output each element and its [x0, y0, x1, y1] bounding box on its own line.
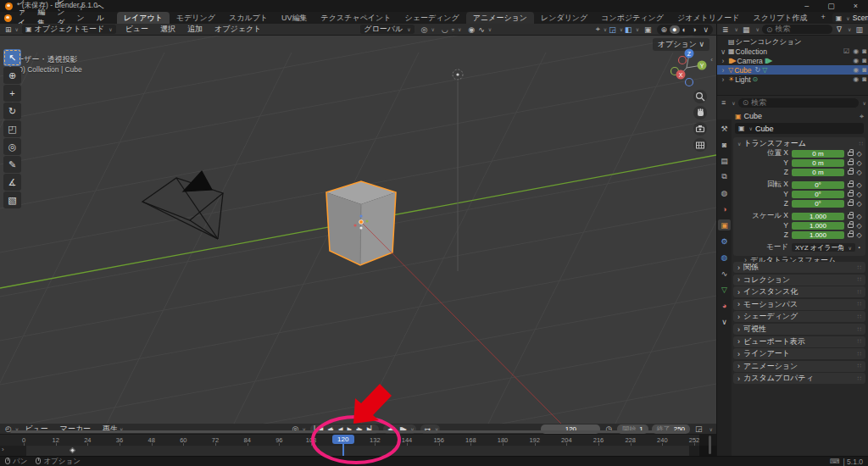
breadcrumb-object[interactable]: Cube: [744, 112, 763, 120]
transform-panel-header[interactable]: ∨ トランスフォーム ∷: [736, 139, 863, 148]
camera-restrict-icon[interactable]: ◙: [862, 75, 866, 83]
workspace-tab-6[interactable]: アニメーション: [466, 12, 534, 25]
transform-orientation-selector[interactable]: グローバル∨: [360, 25, 414, 34]
shading-wireframe-icon[interactable]: ⊕: [659, 25, 670, 34]
panel-dots-icon[interactable]: ∷: [858, 375, 861, 382]
workspace-tab-10[interactable]: スクリプト作成: [746, 12, 814, 25]
show-gizmo-icon[interactable]: ⌖: [594, 25, 602, 34]
workspace-tab-7[interactable]: レンダリング: [534, 12, 594, 25]
shading-rendered-icon[interactable]: ◑: [689, 25, 698, 34]
expander-icon[interactable]: ›: [720, 66, 726, 75]
snap-magnet-icon[interactable]: ◡: [440, 25, 450, 34]
scene-selector[interactable]: ▣∨ Scene ⌖ ⧉ ×: [832, 13, 868, 23]
tab-output[interactable]: ▤: [718, 155, 731, 166]
close-button[interactable]: ×: [854, 2, 858, 10]
keyframe-diamond-icon[interactable]: ◇: [855, 181, 863, 189]
transform-value-field[interactable]: 0°: [792, 181, 844, 189]
tab-physics[interactable]: ◍: [718, 252, 731, 263]
workspace-tab-4[interactable]: テクスチャペイント: [314, 12, 398, 25]
panel-dots-icon[interactable]: ∷: [858, 289, 861, 296]
expander-icon[interactable]: ∨: [720, 47, 726, 56]
keyframe-diamond-icon[interactable]: ◇: [855, 213, 863, 220]
tool-measure[interactable]: ∡: [3, 174, 21, 191]
editor-type-icon[interactable]: ⊞: [3, 25, 14, 34]
lock-icon[interactable]: [848, 224, 854, 228]
timeline-menu-0[interactable]: ビュー: [19, 423, 53, 435]
workspace-tab-5[interactable]: シェーディング: [398, 12, 465, 25]
viewport-menu-0[interactable]: ビュー: [120, 23, 154, 36]
tool-cursor[interactable]: ⊕: [3, 67, 21, 84]
display-mode-icon[interactable]: ▦: [741, 25, 752, 34]
tab-modifiers[interactable]: ⚙: [718, 236, 731, 247]
filter-icon[interactable]: ∇: [835, 25, 843, 34]
panel-dots-icon[interactable]: ∷: [858, 351, 861, 358]
tool-annotate[interactable]: ✎: [3, 156, 21, 173]
proportional-editing-icon[interactable]: ◉: [466, 25, 476, 34]
checkbox-icon[interactable]: ☑: [843, 47, 849, 55]
tool-transform[interactable]: ◎: [3, 138, 21, 155]
keyframe-diamond-icon[interactable]: ◇: [855, 191, 863, 198]
transform-value-field[interactable]: 1.000: [792, 213, 844, 220]
lock-icon[interactable]: [848, 192, 854, 197]
eye-icon[interactable]: ◉: [853, 66, 859, 74]
tool-select-box[interactable]: ↖: [3, 49, 21, 66]
navigation-gizmo[interactable]: Z Y X: [659, 42, 714, 98]
timeline-menu-1[interactable]: マーカー: [54, 423, 97, 435]
transform-value-field[interactable]: 0°: [792, 200, 844, 208]
timeline-hscrollbar[interactable]: [10, 430, 687, 433]
shading-solid-icon[interactable]: ●: [670, 25, 679, 34]
timeline-filter-icon[interactable]: ◲: [693, 424, 704, 433]
toggle-perspective-button[interactable]: [693, 138, 707, 152]
section-7[interactable]: ›ラインアート∷: [733, 348, 865, 359]
panel-dots-icon[interactable]: ∷: [858, 276, 861, 283]
maximize-button[interactable]: ▢: [827, 2, 835, 10]
timeline-track[interactable]: ›: [0, 446, 716, 456]
transform-value-field[interactable]: 1.000: [792, 231, 844, 239]
eye-icon[interactable]: ◉: [853, 47, 859, 55]
timeline-menu-2[interactable]: 再生∨: [97, 423, 129, 435]
camera-restrict-icon[interactable]: ◙: [862, 57, 866, 64]
tab-constraints[interactable]: ∿: [718, 268, 731, 279]
tabs-overflow-chevron[interactable]: ∨: [718, 316, 731, 327]
outliner-search-input[interactable]: ⊙ 検索: [762, 25, 832, 34]
expander-icon[interactable]: ›: [720, 57, 726, 65]
transform-value-field[interactable]: 0°: [792, 191, 844, 198]
camera-object[interactable]: [142, 171, 223, 239]
panel-dots-icon[interactable]: ∷: [858, 326, 861, 333]
outliner-row-scene-collection[interactable]: ▤シーンコレクション: [717, 37, 868, 47]
keyframe-diamond-icon[interactable]: ◇: [855, 159, 863, 167]
camera-view-button[interactable]: [693, 122, 707, 136]
tab-scene[interactable]: ◍: [718, 187, 731, 198]
outliner-options-icon[interactable]: ▥: [854, 25, 865, 34]
panel-dots-icon[interactable]: ∷: [858, 264, 861, 271]
lock-icon[interactable]: [848, 170, 854, 175]
object-name-field[interactable]: ▣∨ Cube: [735, 123, 864, 134]
expander-icon[interactable]: ›: [720, 75, 726, 84]
tab-object[interactable]: ▣: [718, 219, 731, 230]
workspace-tab-3[interactable]: UV編集: [275, 12, 314, 25]
section-1[interactable]: ›コレクション∷: [733, 275, 865, 286]
minimize-button[interactable]: –: [804, 2, 809, 10]
lock-icon[interactable]: [848, 202, 854, 206]
transform-value-field[interactable]: 0 m: [792, 169, 844, 176]
pin-id-icon[interactable]: ⌖: [860, 112, 864, 121]
viewport-menu-1[interactable]: 選択: [154, 23, 181, 36]
section-5[interactable]: ›可視性∷: [733, 324, 865, 335]
tab-render[interactable]: ◙: [718, 139, 731, 150]
workspace-tab-8[interactable]: コンポジティング: [594, 12, 670, 25]
tool-move[interactable]: +: [3, 85, 21, 102]
section-0[interactable]: ›関係∷: [733, 262, 865, 273]
workspace-tab-11[interactable]: +: [815, 12, 832, 25]
panel-dots-icon[interactable]: ∷: [858, 363, 861, 369]
outliner-row-cube[interactable]: ›▽Cube↻▽◉◙: [717, 65, 868, 75]
xray-icon[interactable]: ◧: [623, 25, 634, 34]
workspace-tab-9[interactable]: ジオメトリノード: [670, 12, 746, 25]
panel-dots-icon[interactable]: ∷: [858, 338, 861, 345]
panel-dots-icon[interactable]: ∷: [858, 301, 861, 308]
keyframe-diamond-icon[interactable]: ◇: [855, 231, 863, 239]
axis-neg-x-ball[interactable]: [679, 57, 687, 64]
proportional-falloff-icon[interactable]: ∿: [476, 25, 487, 34]
lock-icon[interactable]: [848, 183, 854, 187]
zoom-button[interactable]: [693, 90, 707, 103]
eye-icon[interactable]: ◉: [853, 75, 859, 83]
